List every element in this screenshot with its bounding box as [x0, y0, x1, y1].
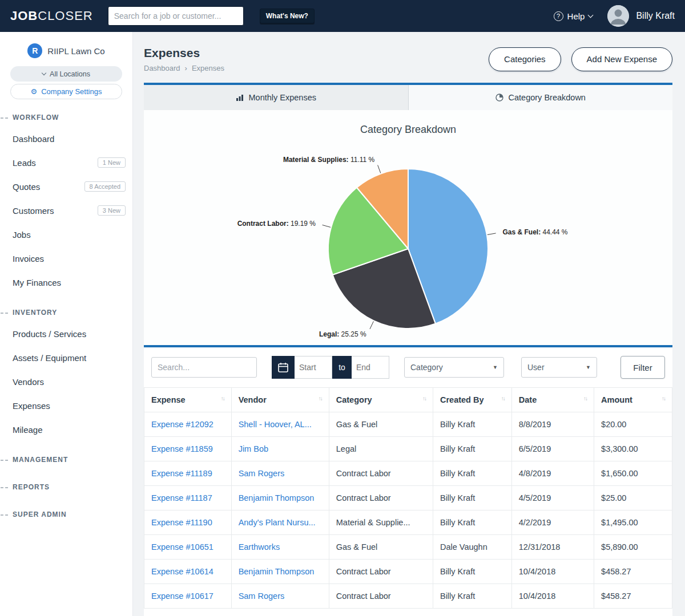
help-menu[interactable]: ? Help [554, 11, 593, 21]
sidebar-item-leads[interactable]: Leads1 New [0, 151, 132, 175]
cell-amount: $458.27 [594, 584, 672, 609]
cell-expense[interactable]: Expense #11187 [144, 486, 232, 510]
global-search-input[interactable] [108, 6, 244, 26]
cell-expense[interactable]: Expense #10617 [144, 584, 232, 609]
header-buttons: Categories Add New Expense [489, 47, 672, 71]
cell-expense[interactable]: Expense #11189 [144, 461, 232, 486]
sidebar-item-jobs[interactable]: Jobs [0, 222, 132, 246]
sidebar-item-mileage[interactable]: Mileage [0, 418, 132, 441]
cell-vendor[interactable]: Benjamin Thompson [231, 486, 329, 510]
expenses-card: to Category ▼ User ▼ Filter Expense [144, 347, 672, 616]
column-header-expense[interactable]: Expense↑↓ [144, 388, 232, 412]
categories-button[interactable]: Categories [489, 47, 561, 71]
sort-icon[interactable]: ↑↓ [501, 395, 505, 402]
column-label: Date [519, 395, 537, 404]
cell-amount: $3,300.00 [594, 437, 672, 461]
calendar-button[interactable] [272, 356, 295, 379]
breadcrumb-dashboard[interactable]: Dashboard [144, 64, 180, 72]
sort-icon[interactable]: ↑↓ [319, 395, 322, 402]
cell-expense[interactable]: Expense #10614 [144, 560, 232, 584]
cell-expense[interactable]: Expense #10651 [144, 535, 232, 560]
avatar-image [607, 5, 629, 27]
cell-vendor[interactable]: Andy's Plant Nursu... [231, 510, 329, 535]
sidebar-item-customers[interactable]: Customers3 New [0, 198, 132, 222]
start-date-input[interactable] [295, 356, 332, 379]
status-badge: 8 Accepted [84, 181, 126, 192]
chevron-down-icon [588, 12, 594, 18]
cell-created-by: Billy Kraft [433, 584, 511, 609]
cell-amount: $458.27 [594, 560, 672, 584]
user-select[interactable]: User ▼ [521, 357, 597, 378]
column-header-category[interactable]: Category↑↓ [329, 388, 433, 412]
cell-created-by: Billy Kraft [433, 486, 511, 510]
table-search-input[interactable] [151, 357, 257, 378]
sort-icon[interactable]: ↑↓ [662, 395, 665, 402]
brand-light: CLOSER [38, 9, 92, 23]
brand-logo[interactable]: JOBCLOSER [10, 9, 93, 23]
cell-date: 6/5/2019 [511, 437, 594, 461]
category-select[interactable]: Category ▼ [404, 357, 504, 378]
tab-category-breakdown[interactable]: Category Breakdown [408, 85, 673, 110]
all-locations-dropdown[interactable]: All Locations [10, 66, 122, 82]
filter-button[interactable]: Filter [620, 356, 665, 379]
sort-icon[interactable]: ↑↓ [221, 395, 224, 402]
gear-icon: ⚙ [31, 87, 38, 96]
cell-category: Contract Labor [329, 486, 433, 510]
cell-vendor[interactable]: Sam Rogers [231, 461, 329, 486]
sidebar-item-products-services[interactable]: Products / Services [0, 322, 132, 346]
cell-expense[interactable]: Expense #12092 [144, 412, 232, 437]
sort-icon[interactable]: ↑↓ [422, 395, 426, 402]
column-label: Vendor [239, 395, 267, 404]
chart-panel: Category Breakdown Gas & Fuel: 44.44 %Le… [144, 110, 672, 347]
cell-vendor[interactable]: Sam Rogers [231, 584, 329, 609]
sidebar-item-invoices[interactable]: Invoices [0, 246, 132, 270]
cell-date: 10/4/2018 [511, 560, 594, 584]
cell-expense[interactable]: Expense #11190 [144, 510, 232, 535]
column-label: Amount [601, 395, 632, 404]
company-row[interactable]: R RIIPL Lawn Co [0, 40, 132, 64]
bar-chart-icon [236, 94, 244, 102]
sort-icon[interactable]: ↑↓ [583, 395, 587, 402]
sidebar-item-label: Products / Services [13, 329, 86, 339]
sidebar-item-expenses[interactable]: Expenses [0, 394, 132, 418]
end-date-input[interactable] [352, 356, 389, 379]
cell-category: Legal [329, 437, 433, 461]
cell-date: 4/2/2019 [511, 510, 594, 535]
whats-new-button[interactable]: What's New? [260, 9, 315, 23]
tab-monthly-expenses[interactable]: Monthly Expenses [144, 85, 408, 110]
column-header-created-by[interactable]: Created By↑↓ [433, 388, 511, 412]
sidebar-section-super-admin: SUPER ADMIN [0, 505, 132, 524]
tab-label: Monthly Expenses [249, 93, 316, 102]
column-header-amount[interactable]: Amount↑↓ [594, 388, 672, 412]
cell-vendor[interactable]: Shell - Hoover, AL... [231, 412, 329, 437]
company-settings-button[interactable]: ⚙ Company Settings [10, 84, 122, 99]
avatar[interactable] [607, 5, 629, 27]
top-navbar: JOBCLOSER What's New? ? Help Billy Kraft [0, 0, 685, 32]
cell-vendor[interactable]: Earthworks [231, 535, 329, 560]
cell-amount: $5,890.00 [594, 535, 672, 560]
main-content: Expenses Dashboard › Expenses Categories… [133, 32, 685, 616]
sidebar-item-dashboard[interactable]: Dashboard [0, 127, 132, 151]
cell-vendor[interactable]: Benjamin Thompson [231, 560, 329, 584]
sidebar-item-assets-equipment[interactable]: Assets / Equipment [0, 346, 132, 370]
date-to-label: to [332, 356, 352, 379]
sidebar-section-workflow: WORKFLOW [0, 108, 132, 127]
sidebar-item-quotes[interactable]: Quotes8 Accepted [0, 175, 132, 198]
cell-vendor[interactable]: Jim Bob [231, 437, 329, 461]
sidebar-item-label: Dashboard [13, 134, 54, 144]
date-range-picker: to [272, 356, 389, 379]
sidebar-item-vendors[interactable]: Vendors [0, 370, 132, 394]
sidebar-item-label: Assets / Equipment [13, 353, 86, 363]
sidebar-item-my-finances[interactable]: My Finances [0, 270, 132, 294]
caret-down-icon: ▼ [586, 364, 591, 370]
app-root: JOBCLOSER What's New? ? Help Billy Kraft… [0, 0, 685, 616]
column-header-date[interactable]: Date↑↓ [511, 388, 594, 412]
sidebar-item-label: Invoices [13, 254, 44, 264]
sidebar-item-label: Jobs [13, 230, 31, 240]
company-name: RIIPL Lawn Co [47, 46, 104, 56]
add-new-expense-button[interactable]: Add New Expense [571, 47, 672, 71]
user-name[interactable]: Billy Kraft [636, 11, 675, 21]
column-header-vendor[interactable]: Vendor↑↓ [231, 388, 329, 412]
cell-expense[interactable]: Expense #11859 [144, 437, 232, 461]
cell-category: Material & Supplie... [329, 510, 433, 535]
